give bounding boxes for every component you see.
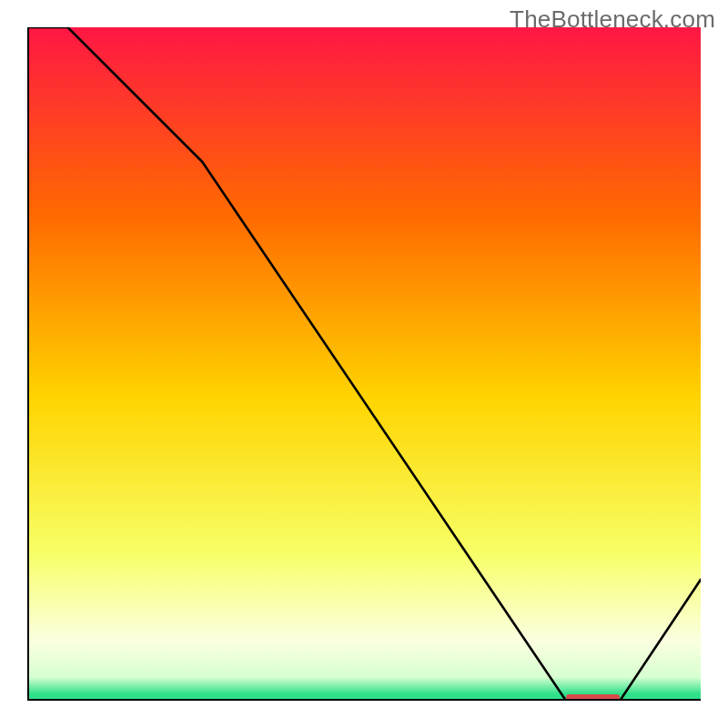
plot-area: [27, 27, 701, 701]
bottleneck-curve: [27, 27, 701, 701]
chart-canvas: TheBottleneck.com: [0, 0, 728, 728]
minimum-marker: [566, 694, 620, 700]
watermark-text: TheBottleneck.com: [510, 5, 715, 34]
